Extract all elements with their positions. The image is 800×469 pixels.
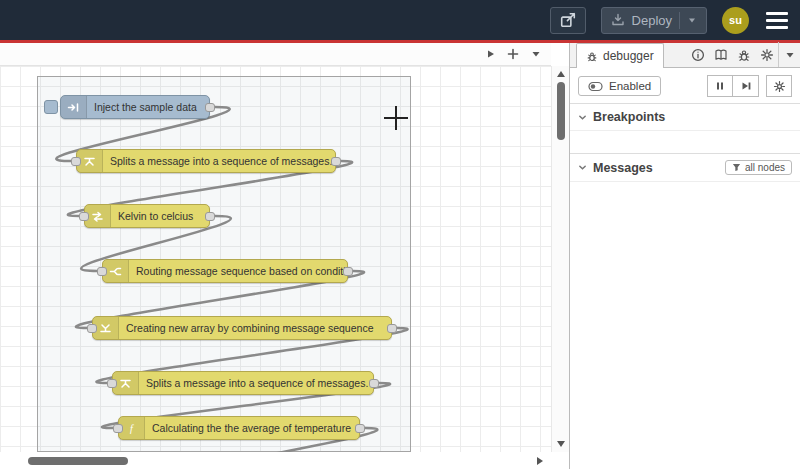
flow-canvas[interactable]: Inject the sample dataSplits a message i…	[0, 66, 551, 452]
scroll-up-arrow-icon[interactable]	[557, 71, 565, 77]
horizontal-scrollbar[interactable]	[0, 452, 551, 469]
flow-node-inject[interactable]: Inject the sample data	[60, 95, 210, 119]
node-label: Calculating the the average of temperatu…	[145, 417, 359, 439]
step-icon	[740, 80, 752, 92]
node-label: Inject the sample data	[87, 96, 209, 118]
inject-icon	[67, 101, 80, 114]
flow-node-switch1[interactable]: Routing message sequence based on condit…	[102, 259, 348, 283]
input-port[interactable]	[113, 424, 123, 433]
playback-button-group	[707, 75, 759, 97]
node-label: Kelvin to celcius	[111, 205, 209, 227]
tab-debugger-label: debugger	[603, 49, 654, 63]
tab-config[interactable]	[755, 42, 778, 67]
info-icon	[691, 48, 705, 62]
flow-node-join1[interactable]: Creating new array by combining message …	[92, 316, 392, 340]
node-icon-box	[61, 96, 87, 118]
flow-node-split2[interactable]: Splits a message into a sequence of mess…	[112, 371, 374, 395]
add-flow-button[interactable]	[503, 45, 523, 64]
step-button[interactable]	[733, 75, 759, 97]
messages-list	[570, 182, 800, 204]
chevron-down-icon	[531, 49, 541, 59]
sidebar: debugger	[570, 43, 800, 469]
messages-section-header[interactable]: Messages all nodes	[570, 153, 800, 182]
split-icon	[119, 377, 132, 390]
scroll-right-arrow-icon[interactable]	[537, 457, 543, 465]
scroll-down-arrow-icon[interactable]	[557, 441, 565, 447]
pause-button[interactable]	[707, 75, 733, 97]
output-port[interactable]	[331, 157, 341, 166]
debugger-enabled-toggle[interactable]: Enabled	[578, 76, 661, 96]
input-port[interactable]	[87, 324, 97, 333]
export-button[interactable]	[550, 7, 586, 34]
sidebar-tab-icons	[686, 42, 800, 67]
change-icon	[91, 210, 104, 223]
enabled-label: Enabled	[609, 80, 651, 92]
deploy-icon	[611, 13, 625, 27]
scroll-tabs-button[interactable]	[480, 45, 500, 64]
output-port[interactable]	[205, 212, 215, 221]
main-menu-button[interactable]	[764, 10, 790, 31]
input-port[interactable]	[107, 379, 117, 388]
flow-list-button[interactable]	[526, 45, 546, 64]
gear-icon	[773, 80, 786, 93]
split-icon	[83, 155, 96, 168]
node-red-app: Deploy su Inject the sampl	[0, 0, 800, 469]
play-icon	[484, 48, 496, 60]
debugger-controls	[707, 75, 792, 97]
node-label: Splits a message into a sequence of mess…	[139, 372, 373, 394]
debugger-tab-icon	[586, 50, 598, 62]
book-icon	[714, 48, 728, 62]
tab-help[interactable]	[709, 42, 732, 67]
function-icon: f	[125, 422, 138, 435]
output-port[interactable]	[205, 103, 215, 112]
debugger-settings-button[interactable]	[766, 75, 792, 97]
sidebar-tabbar: debugger	[570, 43, 800, 68]
chevron-down-icon	[578, 113, 587, 122]
svg-text:f: f	[130, 423, 134, 434]
bug-icon	[737, 48, 751, 62]
vertical-scrollbar-thumb[interactable]	[557, 82, 565, 140]
flow-node-split1[interactable]: Splits a message into a sequence of mess…	[76, 149, 336, 173]
plus-icon	[507, 48, 519, 60]
breakpoints-section-header[interactable]: Breakpoints	[570, 103, 800, 131]
node-label: Splits a message into a sequence of mess…	[103, 150, 335, 172]
message-filter-button[interactable]: all nodes	[725, 160, 792, 175]
workspace: Inject the sample dataSplits a message i…	[0, 43, 570, 469]
pause-icon	[714, 80, 726, 92]
output-port[interactable]	[369, 379, 379, 388]
menu-icon	[766, 12, 788, 15]
crosshair-cursor	[384, 117, 408, 119]
deploy-label: Deploy	[632, 13, 672, 28]
chevron-down-icon	[785, 50, 795, 60]
deploy-button[interactable]: Deploy	[601, 7, 707, 34]
input-port[interactable]	[71, 157, 81, 166]
node-label: Routing message sequence based on condit…	[129, 260, 347, 282]
chevron-down-icon[interactable]	[687, 15, 697, 25]
node-label: Creating new array by combining message …	[119, 317, 391, 339]
export-icon	[560, 12, 576, 28]
vertical-scrollbar[interactable]	[551, 66, 569, 452]
flow-node-change1[interactable]: Kelvin to celcius	[84, 204, 210, 228]
header: Deploy su	[0, 0, 800, 40]
output-port[interactable]	[355, 424, 365, 433]
switch-icon	[109, 265, 122, 278]
input-port[interactable]	[97, 267, 107, 276]
horizontal-scrollbar-thumb[interactable]	[28, 457, 128, 465]
inject-run-button[interactable]	[44, 100, 58, 114]
funnel-icon	[732, 163, 741, 172]
gear-icon	[760, 48, 774, 62]
user-avatar[interactable]: su	[722, 7, 749, 34]
chevron-down-icon	[578, 163, 587, 172]
tab-info[interactable]	[686, 42, 709, 67]
tab-debug[interactable]	[732, 42, 755, 67]
input-port[interactable]	[79, 212, 89, 221]
output-port[interactable]	[343, 267, 353, 276]
join-icon	[99, 322, 112, 335]
tab-debugger[interactable]: debugger	[576, 43, 664, 68]
sidebar-tab-list-button[interactable]	[778, 42, 800, 67]
output-port[interactable]	[387, 324, 397, 333]
workspace-toolbar	[0, 43, 551, 66]
breakpoints-list	[570, 131, 800, 153]
flow-node-func1[interactable]: fCalculating the the average of temperat…	[118, 416, 360, 440]
toggle-icon	[588, 81, 603, 92]
